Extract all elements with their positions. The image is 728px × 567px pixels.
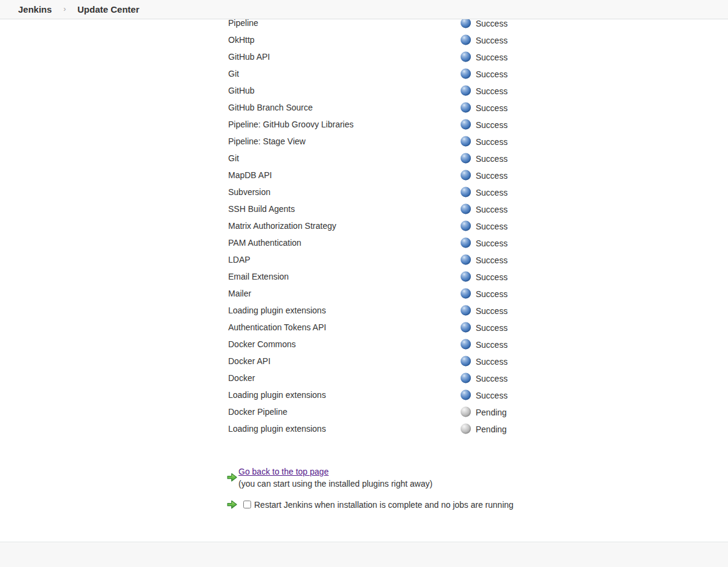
plugin-name: Loading plugin extensions	[228, 306, 326, 315]
plugin-row: Loading plugin extensions Success	[0, 386, 728, 403]
status-label: Success	[476, 390, 508, 400]
status-label: Success	[476, 373, 508, 383]
plugin-name: SSH Build Agents	[228, 204, 295, 214]
plugin-status: Success	[461, 306, 508, 316]
plugin-row: Loading plugin extensions Pending	[0, 420, 728, 437]
status-ball-icon	[461, 255, 471, 265]
status-ball-icon	[461, 339, 471, 350]
page-footer	[0, 542, 728, 567]
plugin-status: Success	[461, 339, 508, 350]
plugin-status: Success	[461, 187, 508, 197]
breadcrumb-item-jenkins[interactable]: Jenkins	[18, 4, 52, 14]
status-label: Success	[476, 52, 508, 62]
plugin-name: Email Extension	[228, 272, 289, 281]
status-label: Pending	[476, 407, 506, 417]
plugin-name: Git	[228, 153, 239, 163]
plugin-status: Success	[461, 322, 508, 333]
plugin-row: Git Success	[0, 150, 728, 167]
plugin-status: Success	[461, 136, 508, 147]
plugin-name: Subversion	[228, 187, 270, 197]
back-to-top-block: Go back to the top page (you can start u…	[226, 466, 432, 490]
plugin-install-list: Pipeline Success OkHttp Success GitHub A…	[0, 14, 728, 437]
plugin-status: Success	[461, 69, 508, 79]
plugin-row: Authentication Tokens API Success	[0, 319, 728, 336]
status-ball-icon	[461, 35, 471, 45]
plugin-status: Pending	[461, 424, 506, 434]
status-label: Success	[476, 255, 508, 264]
plugin-name: Docker API	[228, 356, 270, 366]
breadcrumb-separator-icon: ›	[63, 4, 66, 13]
plugin-name: Loading plugin extensions	[228, 424, 326, 434]
status-label: Success	[476, 272, 508, 281]
plugin-status: Success	[461, 255, 508, 265]
status-label: Success	[476, 170, 508, 180]
status-label: Success	[476, 18, 508, 28]
green-arrow-icon	[226, 472, 238, 483]
plugin-name: Git	[228, 69, 239, 78]
status-label: Success	[476, 35, 508, 45]
status-label: Success	[476, 120, 508, 129]
back-note-text: (you can start using the installed plugi…	[238, 478, 432, 490]
status-ball-icon	[461, 373, 471, 383]
back-to-top-link[interactable]: Go back to the top page	[238, 466, 328, 478]
plugin-row: GitHub Success	[0, 82, 728, 99]
plugin-name: Docker	[228, 373, 255, 383]
plugin-status: Success	[461, 18, 508, 28]
green-arrow-icon	[226, 499, 238, 510]
status-ball-icon	[461, 272, 471, 282]
plugin-row: Git Success	[0, 65, 728, 82]
plugin-status: Success	[461, 238, 508, 248]
plugin-status: Success	[461, 356, 508, 367]
status-ball-icon	[461, 221, 471, 231]
status-ball-icon	[461, 238, 471, 248]
status-label: Success	[476, 221, 508, 231]
status-ball-icon	[461, 356, 471, 367]
plugin-status: Pending	[461, 407, 506, 417]
plugin-status: Success	[461, 153, 508, 164]
status-ball-icon	[461, 153, 471, 164]
status-ball-icon	[461, 187, 471, 197]
status-ball-icon	[461, 120, 471, 130]
plugin-name: Docker Pipeline	[228, 407, 287, 417]
plugin-status: Success	[461, 272, 508, 282]
status-label: Success	[476, 339, 508, 349]
breadcrumb-bar: Jenkins › Update Center	[0, 0, 728, 19]
status-ball-icon	[461, 204, 471, 214]
plugin-row: Subversion Success	[0, 184, 728, 200]
plugin-status: Success	[461, 289, 508, 299]
status-ball-icon	[461, 170, 471, 181]
plugin-name: Loading plugin extensions	[228, 390, 326, 400]
breadcrumb-item-update-center[interactable]: Update Center	[77, 4, 139, 14]
restart-checkbox[interactable]	[243, 501, 251, 508]
plugin-row: Docker Commons Success	[0, 336, 728, 353]
plugin-row: Pipeline: GitHub Groovy Libraries Succes…	[0, 116, 728, 133]
plugin-status: Success	[461, 204, 508, 214]
status-ball-icon	[461, 424, 471, 434]
plugin-name: Pipeline	[228, 18, 258, 28]
status-label: Success	[476, 306, 508, 315]
plugin-name: PAM Authentication	[228, 238, 301, 248]
status-label: Success	[476, 204, 508, 214]
plugin-row: PAM Authentication Success	[0, 234, 728, 251]
plugin-row: MapDB API Success	[0, 167, 728, 184]
plugin-row: Loading plugin extensions Success	[0, 302, 728, 319]
status-label: Success	[476, 69, 508, 78]
restart-block: Restart Jenkins when installation is com…	[226, 499, 514, 510]
status-label: Success	[476, 153, 508, 163]
plugin-row: OkHttp Success	[0, 31, 728, 48]
restart-label: Restart Jenkins when installation is com…	[254, 500, 514, 510]
plugin-row: Docker Pipeline Pending	[0, 403, 728, 420]
status-label: Success	[476, 187, 508, 197]
plugin-row: Pipeline: Stage View Success	[0, 133, 728, 150]
status-ball-icon	[461, 86, 471, 96]
plugin-row: GitHub Branch Source Success	[0, 99, 728, 116]
plugin-row: Matrix Authorization Strategy Success	[0, 217, 728, 234]
plugin-status: Success	[461, 35, 508, 45]
plugin-row: Email Extension Success	[0, 268, 728, 285]
status-label: Success	[476, 103, 508, 112]
plugin-status: Success	[461, 120, 508, 130]
status-ball-icon	[461, 52, 471, 62]
plugin-row: LDAP Success	[0, 251, 728, 268]
status-label: Success	[476, 136, 508, 146]
plugin-name: Authentication Tokens API	[228, 322, 326, 332]
